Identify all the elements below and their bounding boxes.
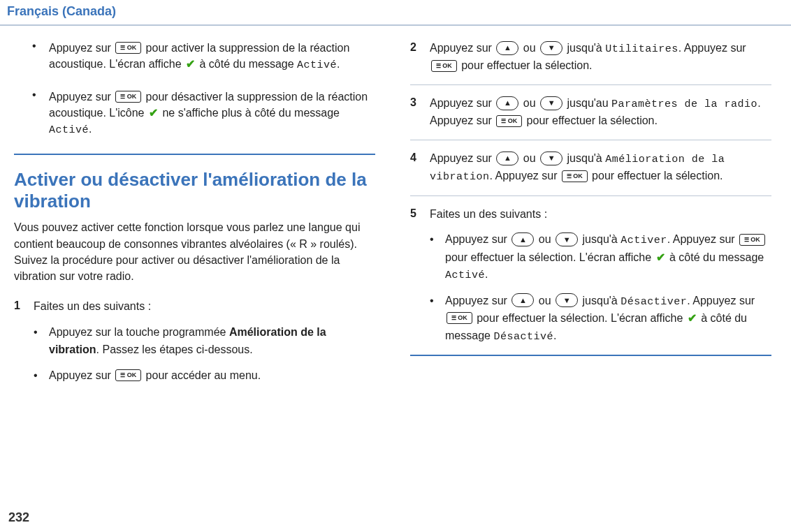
list-item: • Appuyez sur OK pour désactiver la supp… [14, 89, 375, 138]
text: Appuyez sur [430, 97, 495, 109]
step-number: 1 [14, 298, 34, 312]
up-arrow-icon: ▲ [496, 152, 518, 165]
sub-body: Appuyez sur OK pour accéder au menu. [49, 367, 375, 385]
bullet-body: Appuyez sur OK pour activer la suppressi… [49, 40, 375, 73]
text: pour effectuer la sélection. [592, 170, 723, 182]
step-2: 2 Appuyez sur ▲ ou ▼ jusqu'à Utilitaires… [410, 40, 771, 85]
down-arrow-icon: ▼ [556, 293, 578, 307]
step-number: 4 [410, 150, 430, 164]
text: pour effectuer la sélection. L'écran aff… [477, 312, 686, 324]
text: Appuyez sur [430, 42, 495, 54]
sub-body: Appuyez sur ▲ ou ▼ jusqu'à Activer. Appu… [445, 231, 771, 283]
text: jusqu'à [583, 295, 621, 306]
code-text: Désactiver [621, 296, 687, 308]
code-text: Activer [621, 235, 667, 246]
code-text: Utilitaires [605, 43, 678, 55]
up-arrow-icon: ▲ [496, 96, 518, 110]
bullet-dot: • [32, 40, 49, 52]
bullet-dot: • [430, 293, 445, 310]
up-arrow-icon: ▲ [511, 232, 534, 246]
sub-list: • Appuyez sur la touche programmée Améli… [34, 324, 375, 384]
text: ou [523, 97, 539, 109]
step-body: Faites un des suivants : • Appuyez sur l… [34, 298, 375, 384]
text: pour accéder au menu. [146, 369, 261, 381]
page-number: 232 [8, 510, 29, 525]
text: . [89, 123, 92, 135]
text: pour effectuer la sélection. [461, 59, 592, 71]
ok-button-icon: OK [431, 60, 457, 72]
step-body: Appuyez sur ▲ ou ▼ jusqu'à Utilitaires. … [430, 40, 771, 75]
check-icon: ✔ [656, 249, 665, 267]
code-text: Désactivé [493, 331, 553, 343]
list-item: • Appuyez sur OK pour accéder au menu. [34, 367, 375, 385]
step-number: 2 [410, 40, 430, 54]
text: pour effectuer la sélection. [527, 114, 658, 126]
check-icon: ✔ [688, 310, 697, 327]
bullet-dot: • [34, 324, 49, 341]
text: Appuyez sur [445, 295, 510, 306]
text: jusqu'à [567, 42, 606, 54]
text: ou [539, 233, 554, 245]
text: pour effectuer la sélection. L'écran aff… [445, 251, 655, 263]
text: . [337, 58, 340, 70]
ok-button-icon: OK [115, 42, 141, 54]
down-arrow-icon: ▼ [540, 96, 563, 110]
list-item: • Appuyez sur OK pour activer la suppres… [14, 40, 375, 73]
text: ne s'affiche plus à côté du message [162, 107, 340, 119]
text: ou [539, 295, 554, 306]
ok-button-icon: OK [739, 234, 765, 246]
step-5: 5 Faites un des suivants : • Appuyez sur… [410, 206, 771, 356]
text: Appuyez sur [49, 369, 114, 381]
code-text: Activé [445, 269, 485, 281]
text: ou [523, 152, 539, 164]
down-arrow-icon: ▼ [540, 152, 563, 165]
down-arrow-icon: ▼ [540, 41, 563, 55]
sub-body: Appuyez sur la touche programmée Amélior… [49, 324, 375, 359]
code-text: Paramètres de la radio [611, 98, 757, 110]
step-number: 5 [410, 206, 430, 220]
code-text: Activé [49, 124, 89, 136]
ok-button-icon: OK [115, 91, 141, 103]
text: . Appuyez sur [667, 233, 738, 245]
step-body: Faites un des suivants : • Appuyez sur ▲… [430, 206, 771, 345]
ok-button-icon: OK [115, 369, 141, 381]
header: Français (Canada) [0, 0, 791, 26]
down-arrow-icon: ▼ [556, 232, 578, 246]
check-icon: ✔ [186, 56, 195, 72]
section-description: Vous pouvez activer cette fonction lorsq… [14, 219, 375, 284]
step-body: Appuyez sur ▲ ou ▼ jusqu'au Paramètres d… [430, 95, 771, 130]
divider [14, 154, 375, 155]
text: Faites un des suivants : [34, 300, 151, 312]
text: . Appuyez sur [687, 295, 755, 306]
ok-button-icon: OK [496, 115, 522, 127]
bullet-list: • Appuyez sur OK pour activer la suppres… [14, 40, 375, 138]
bullet-dot: • [430, 231, 445, 249]
text: . [553, 330, 556, 341]
text: Appuyez sur [49, 42, 114, 54]
list-item: • Appuyez sur ▲ ou ▼ jusqu'à Activer. Ap… [430, 231, 771, 283]
section-title: Activer ou désactiver l'amélioration de … [14, 169, 375, 212]
list-item: • Appuyez sur la touche programmée Améli… [34, 324, 375, 359]
text: jusqu'au [567, 97, 612, 109]
step-body: Appuyez sur ▲ ou ▼ jusqu'à Amélioration … [430, 150, 771, 186]
ok-button-icon: OK [562, 170, 588, 182]
text: jusqu'à [583, 233, 621, 245]
bullet-dot: • [34, 367, 49, 385]
text: Appuyez sur [430, 152, 495, 164]
step-number: 3 [410, 95, 430, 109]
step-4: 4 Appuyez sur ▲ ou ▼ jusqu'à Amélioratio… [410, 150, 771, 196]
text: Faites un des suivants : [430, 208, 547, 220]
step-1: 1 Faites un des suivants : • Appuyez sur… [14, 298, 375, 384]
up-arrow-icon: ▲ [496, 41, 518, 55]
step-3: 3 Appuyez sur ▲ ou ▼ jusqu'au Paramètres… [410, 95, 771, 140]
text: à côté du message [199, 58, 297, 70]
check-icon: ✔ [149, 105, 158, 121]
text: à côté du message [669, 251, 764, 263]
text: . Passez les étapes ci-dessous. [96, 343, 253, 355]
ok-button-icon: OK [447, 312, 472, 324]
text: . [485, 268, 488, 280]
sub-body: Appuyez sur ▲ ou ▼ jusqu'à Désactiver. A… [445, 293, 771, 345]
text: Appuyez sur [49, 91, 114, 103]
bullet-dot: • [32, 89, 49, 101]
sub-list: • Appuyez sur ▲ ou ▼ jusqu'à Activer. Ap… [430, 231, 771, 345]
